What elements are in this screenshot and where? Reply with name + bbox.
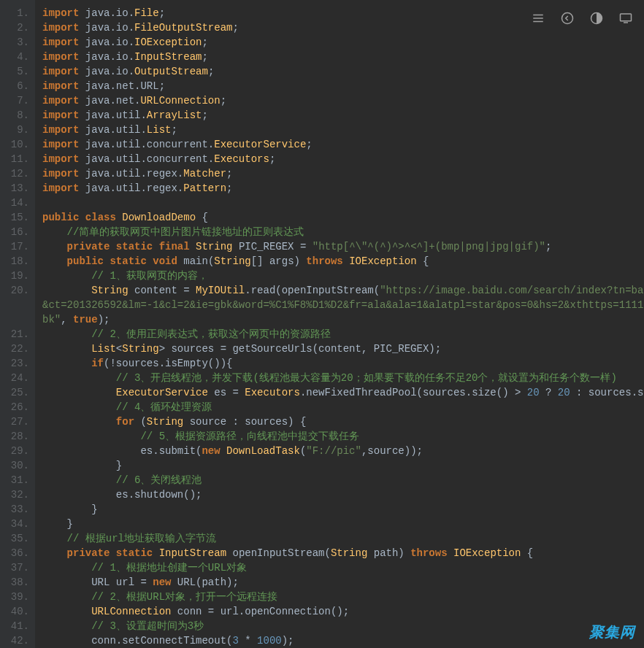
line-number: 12.: [3, 166, 29, 181]
code-line: import java.io.IOException;: [42, 35, 644, 50]
line-number: 18.: [3, 254, 29, 269]
line-number: 8.: [3, 108, 29, 123]
watermark: 聚集网: [589, 625, 635, 639]
line-number: 37.: [3, 560, 29, 575]
svg-rect-5: [621, 14, 632, 21]
line-number: 4.: [3, 50, 29, 64]
line-number: 25.: [3, 385, 29, 400]
code-line: private static final String PIC_REGEX = …: [42, 239, 644, 254]
line-number: 28.: [3, 429, 29, 444]
arrow-left-icon[interactable]: [561, 12, 574, 29]
line-number: 10.: [3, 137, 29, 152]
code-line: URLConnection conn = url.openConnection(…: [42, 604, 644, 619]
line-number: 13.: [3, 181, 29, 196]
code-area[interactable]: import java.io.File;import java.io.FileO…: [35, 0, 644, 648]
line-number: 31.: [3, 473, 29, 487]
line-number: 22.: [3, 342, 29, 356]
code-line: public static void main(String[] args) t…: [42, 254, 644, 269]
code-line: [42, 196, 644, 210]
code-line: // 3、开启线程池，并发下载(线程池最大容量为20；如果要下载的任务不足20个…: [42, 371, 644, 385]
code-line: import java.io.OutputStream;: [42, 64, 644, 79]
code-line: // 2、根据URL对象，打开一个远程连接: [42, 590, 644, 604]
code-line: for (String source : sources) {: [42, 414, 644, 429]
code-line: // 3、设置超时间为3秒: [42, 619, 644, 633]
line-number: 40.: [3, 604, 29, 619]
monitor-icon[interactable]: [619, 12, 632, 29]
contrast-icon[interactable]: [590, 12, 603, 29]
line-number: 32.: [3, 487, 29, 502]
code-line: import java.io.InputStream;: [42, 50, 644, 64]
line-number: 2.: [3, 20, 29, 35]
line-number: 7.: [3, 93, 29, 108]
code-line: // 2、使用正则表达式，获取这个网页中的资源路径: [42, 327, 644, 342]
code-line: }: [42, 517, 644, 531]
code-line: import java.util.List;: [42, 123, 644, 137]
code-line: import java.net.URLConnection;: [42, 93, 644, 108]
code-line: import java.net.URL;: [42, 79, 644, 93]
svg-rect-2: [533, 21, 543, 23]
line-number: 23.: [3, 356, 29, 371]
code-line: // 1、根据地址创建一个URL对象: [42, 560, 644, 575]
svg-point-3: [562, 13, 573, 24]
list-icon[interactable]: [532, 12, 545, 29]
line-number: 3.: [3, 35, 29, 50]
code-line: List<String> sources = getSourceUrls(con…: [42, 342, 644, 356]
code-line: }: [42, 458, 644, 473]
line-number: 20.: [3, 283, 29, 298]
line-number: 19.: [3, 269, 29, 283]
code-line: public class DownloadDemo {: [42, 210, 644, 225]
line-number: [3, 312, 29, 327]
code-line: // 根据url地址获取输入字节流: [42, 531, 644, 546]
line-number: 30.: [3, 458, 29, 473]
code-line: //简单的获取网页中图片图片链接地址的正则表达式: [42, 225, 644, 239]
code-line: es.shutdown();: [42, 487, 644, 502]
editor-container: 1.2.3.4.5.6.7.8.9.10.11.12.13.14.15.16.1…: [0, 0, 644, 648]
code-line: String content = MyIOUtil.read(openInput…: [42, 283, 644, 298]
line-number: 35.: [3, 531, 29, 546]
line-number: 16.: [3, 225, 29, 239]
line-number: 36.: [3, 546, 29, 560]
line-number: 24.: [3, 371, 29, 385]
code-line: ExecutorService es = Executors.newFixedT…: [42, 385, 644, 400]
code-line: if(!sources.isEmpty()){: [42, 356, 644, 371]
code-line: URL url = new URL(path);: [42, 575, 644, 590]
line-number: 34.: [3, 517, 29, 531]
code-line: import java.util.ArrayList;: [42, 108, 644, 123]
line-number: 38.: [3, 575, 29, 590]
line-number: 1.: [3, 6, 29, 20]
line-number: 26.: [3, 400, 29, 414]
line-number: [3, 298, 29, 312]
code-line: import java.util.concurrent.Executors;: [42, 152, 644, 166]
toolbar: [532, 12, 632, 29]
code-line: private static InputStream openInputStre…: [42, 546, 644, 560]
line-number: 11.: [3, 152, 29, 166]
line-number: 9.: [3, 123, 29, 137]
line-number-gutter: 1.2.3.4.5.6.7.8.9.10.11.12.13.14.15.16.1…: [0, 0, 35, 648]
svg-rect-0: [533, 15, 543, 16]
line-number: 41.: [3, 619, 29, 633]
svg-rect-1: [533, 18, 543, 19]
code-line: es.submit(new DownLoadTask("F://pic",sou…: [42, 444, 644, 458]
code-line: import java.util.concurrent.ExecutorServ…: [42, 137, 644, 152]
code-line: conn.setConnectTimeout(3 * 1000);: [42, 633, 644, 648]
line-number: 15.: [3, 210, 29, 225]
code-line: import java.util.regex.Matcher;: [42, 166, 644, 181]
line-number: 6.: [3, 79, 29, 93]
code-line: // 5、根据资源路径，向线程池中提交下载任务: [42, 429, 644, 444]
line-number: 17.: [3, 239, 29, 254]
code-line: &ct=201326592&lm=-1&cl=2&ie=gbk&word=%C1…: [42, 298, 644, 312]
line-number: 5.: [3, 64, 29, 79]
svg-rect-6: [624, 22, 628, 23]
line-number: 29.: [3, 444, 29, 458]
line-number: 39.: [3, 590, 29, 604]
line-number: 27.: [3, 414, 29, 429]
code-line: }: [42, 502, 644, 517]
code-line: // 6、关闭线程池: [42, 473, 644, 487]
code-line: bk", true);: [42, 312, 644, 327]
line-number: 21.: [3, 327, 29, 342]
code-line: import java.util.regex.Pattern;: [42, 181, 644, 196]
code-line: // 4、循环处理资源: [42, 400, 644, 414]
code-line: // 1、获取网页的内容，: [42, 269, 644, 283]
line-number: 33.: [3, 502, 29, 517]
line-number: 14.: [3, 196, 29, 210]
